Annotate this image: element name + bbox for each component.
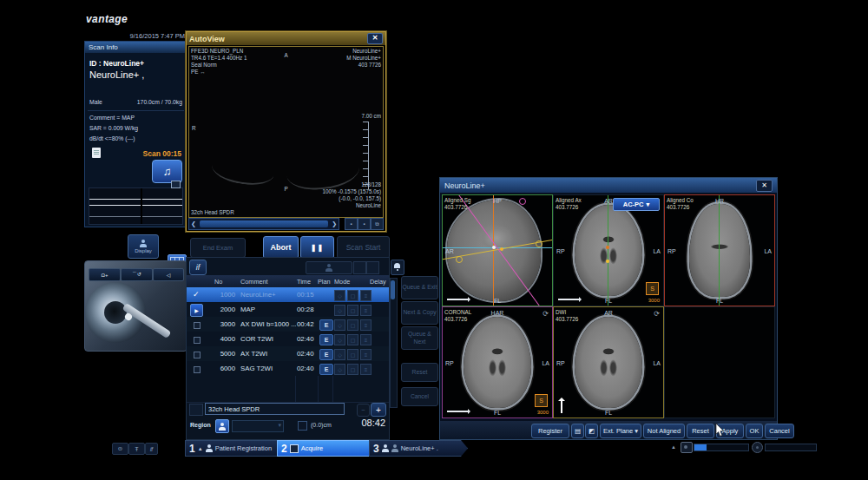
flip-icon[interactable]: ◩	[585, 424, 598, 438]
list-icon[interactable]: ▤	[571, 424, 584, 438]
coil-input[interactable]	[205, 403, 345, 415]
reset-button-dim[interactable]: Reset	[401, 363, 438, 382]
display-button[interactable]: Display	[128, 234, 159, 259]
queue-option-button[interactable]	[353, 261, 366, 274]
rotate-icon[interactable]: ⟳	[542, 310, 549, 318]
queue-row[interactable]: 3000 AX DWI b=1000 ... 00:42 E ◇▢≡	[187, 317, 389, 332]
autoview-titlebar[interactable]: AutoView ✕	[187, 32, 385, 45]
coil-option-button[interactable]	[189, 404, 203, 416]
plus-button[interactable]: +	[371, 403, 386, 417]
cancel-button[interactable]: Cancel	[765, 424, 794, 438]
tab-label: Acquire	[301, 444, 323, 452]
view-dwi[interactable]: ⟳ DWI 403.7726 AR RP LA FL	[553, 306, 664, 418]
scan-info-panel: Scan Info ID : NeuroLine+ NeuroLine+ , M…	[84, 41, 187, 227]
tab-acquire[interactable]: 2 Acquire	[277, 440, 379, 457]
power-button[interactable]: ⊙	[112, 443, 128, 455]
row-time: 02:40	[297, 350, 314, 358]
couch-button[interactable]: ⌒↺	[121, 268, 153, 281]
row-no: 6000	[207, 365, 235, 372]
queue-scrollbar[interactable]	[390, 278, 398, 408]
locate-chip[interactable]	[306, 261, 352, 274]
not-aligned-button[interactable]: Not Aligned	[643, 424, 685, 438]
queue-row[interactable]: ▶ 2000 MAP 00:28 ◇▢≡	[187, 302, 389, 317]
media-disc-icon	[752, 442, 763, 453]
orient-left: RP	[667, 248, 676, 254]
scroll-left-icon[interactable]: ❮	[189, 220, 198, 227]
midline-line[interactable]	[608, 195, 609, 306]
queue-row[interactable]: 5000 AX T2WI 02:40 E ◇▢≡	[187, 346, 389, 361]
close-icon[interactable]: ✕	[756, 180, 773, 192]
bell-button[interactable]	[391, 260, 404, 275]
reset-button[interactable]: Reset	[687, 424, 714, 438]
rotate-icon[interactable]: ⟳	[654, 310, 660, 318]
queue-next-button[interactable]: Queue & Next	[401, 326, 438, 350]
check-icon: ✓	[193, 290, 200, 299]
queue-option-button[interactable]	[366, 261, 379, 274]
antenna-button[interactable]: Ŧ	[128, 443, 145, 455]
ok-button[interactable]: OK	[746, 424, 763, 438]
filter-icon[interactable]: if	[189, 260, 207, 275]
col-plan: Plan	[318, 278, 331, 286]
ext-plane-button[interactable]: Ext. Plane ▾	[600, 424, 641, 438]
row-no: 1000	[207, 291, 235, 299]
scale-bar	[558, 299, 581, 300]
cine-button[interactable]: ▪	[345, 218, 358, 230]
next-copy-button[interactable]: Next & Copy	[401, 301, 438, 325]
queue-exit-button[interactable]: Queue & Exit	[401, 276, 438, 299]
end-exam-button[interactable]: End Exam	[190, 238, 246, 258]
queue-row-active[interactable]: ✓ 1000 NeuroLine+ 00:15 ◇▢≡	[187, 287, 389, 302]
tab-label: NeuroLine+ .	[401, 444, 438, 452]
line-handle[interactable]	[456, 256, 463, 263]
play-icon[interactable]: ▶	[190, 304, 203, 317]
queue-row[interactable]: 6000 SAG T2WI 02:40 E ◇▢≡	[187, 361, 389, 376]
close-icon[interactable]: ✕	[367, 33, 383, 44]
cancel-button-dim[interactable]: Cancel	[401, 387, 438, 406]
offset-checkbox[interactable]	[298, 421, 307, 431]
acpc-dropdown[interactable]: AC-PC ▾	[613, 198, 660, 211]
plan-chip[interactable]: E	[319, 349, 333, 360]
headset-button[interactable]: Ω+	[89, 268, 121, 281]
row-checkbox[interactable]	[194, 352, 201, 358]
tray-triangle-icon[interactable]: ▲	[671, 444, 676, 450]
scrollbar-thumb[interactable]	[200, 220, 328, 227]
pe-direction: PE ↔	[191, 69, 205, 76]
register-button[interactable]: Register	[531, 424, 569, 438]
abort-button[interactable]: Abort	[263, 236, 299, 259]
plan-chip[interactable]: E	[319, 364, 333, 375]
view-aligned-ax[interactable]: AC-PC ▾ S 3000 Aligned Ax 403.7726 AR RP…	[553, 194, 664, 306]
view-aligned-sg[interactable]: Aligned Sg 403.7726 HP AR FL	[442, 194, 553, 306]
orient-r: R	[192, 125, 196, 132]
neuroline-titlebar[interactable]: NeuroLine+ ✕	[440, 178, 777, 193]
mri-console-screen: vantage 9/16/2015 7:47 PM Scan Info ID :…	[0, 0, 868, 480]
mouse-cursor	[715, 424, 725, 437]
midline-line[interactable]	[719, 195, 720, 306]
scout-arc	[210, 152, 276, 189]
scroll-right-icon[interactable]: ❯	[330, 220, 339, 227]
view-number: 403.7726	[444, 316, 467, 322]
scan-start-button[interactable]: Scan Start	[337, 236, 390, 259]
row-checkbox[interactable]	[194, 337, 201, 344]
locator-button[interactable]: ◁	[153, 268, 184, 281]
pause-button[interactable]: ❚❚	[300, 236, 334, 259]
minus-button[interactable]: −	[357, 404, 370, 417]
region-person-button[interactable]	[215, 419, 229, 433]
step-button[interactable]: ▪	[358, 218, 371, 230]
scrollbar-thumb[interactable]	[391, 280, 395, 299]
queue-row[interactable]: 4000 COR T2WI 02:40 E ◇▢≡	[187, 332, 389, 346]
tab-neuroline[interactable]: 3 NeuroLine+ .	[369, 440, 468, 457]
neuroline-window: NeuroLine+ ✕ Aligned Sg 403.7726 HP AR F…	[439, 177, 778, 440]
view-aligned-co[interactable]: Aligned Co 403.7726 HR RP LA FL	[664, 194, 775, 306]
image-scrollbar[interactable]: ❮ ❯	[188, 218, 339, 230]
exam-clock: 08:42	[361, 418, 385, 428]
pc-point[interactable]	[500, 247, 503, 251]
view-coronal[interactable]: ⟳ S 3000 CORONAL 403.7726 HAR RP LA FL	[442, 306, 553, 418]
plan-chip[interactable]: E	[319, 334, 333, 345]
row-checkbox[interactable]	[194, 322, 201, 329]
filter-button[interactable]: if	[145, 443, 158, 455]
orient-top: HR	[665, 198, 774, 204]
row-checkbox[interactable]	[194, 366, 201, 373]
region-dropdown[interactable]	[232, 420, 284, 432]
plan-chip[interactable]: E	[319, 319, 333, 331]
music-button[interactable]: ♫	[152, 160, 182, 183]
expand-button[interactable]: ⧉	[371, 218, 384, 230]
